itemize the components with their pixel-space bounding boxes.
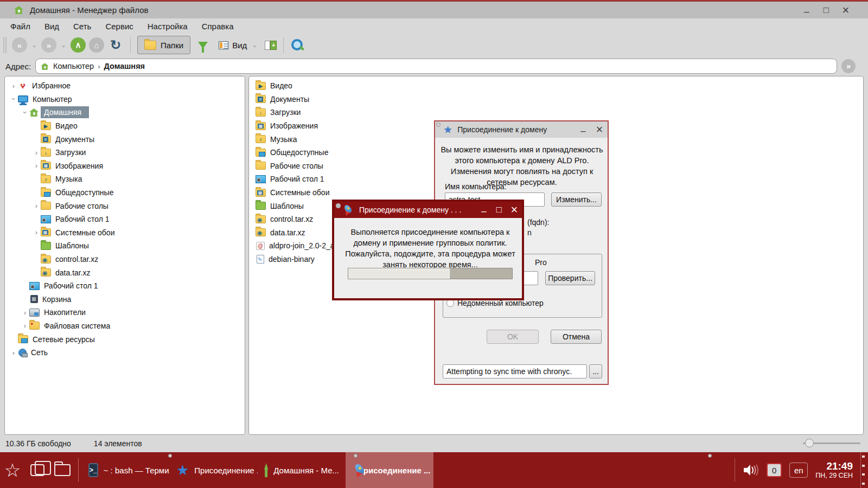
- up-button[interactable]: ∧: [71, 37, 86, 53]
- tree-item[interactable]: Общедоступные: [5, 186, 245, 200]
- tree-item[interactable]: Рабочий стол 1: [5, 279, 245, 293]
- tree-item[interactable]: ›Домашняя: [5, 106, 245, 119]
- file-manager-launcher-button[interactable]: [50, 458, 75, 483]
- forward-button[interactable]: »: [41, 37, 56, 53]
- launcher-menu-button[interactable]: ☆: [0, 458, 25, 483]
- notification-badge[interactable]: 0: [767, 463, 782, 477]
- split-view-button[interactable]: +: [265, 41, 277, 50]
- dialog-titlebar[interactable]: ★ Присоединение к домену: [435, 121, 608, 138]
- dialog-titlebar[interactable]: Присоединение к домену . . .: [334, 202, 522, 218]
- address-input[interactable]: Компьютер › Домашняя: [35, 59, 837, 74]
- volume-icon[interactable]: [743, 463, 759, 477]
- breadcrumb-root[interactable]: Компьютер: [53, 62, 94, 70]
- tree-item[interactable]: data.tar.xz: [5, 266, 245, 279]
- expander-icon[interactable]: ›: [21, 322, 29, 330]
- maximize-button[interactable]: [492, 202, 507, 218]
- non-domain-radio[interactable]: [446, 299, 454, 307]
- tree-item[interactable]: ›Компьютер: [5, 93, 245, 106]
- tree-item[interactable]: Сетевые ресурсы: [5, 332, 245, 346]
- expander-icon[interactable]: ›: [32, 202, 41, 210]
- window-switcher-button[interactable]: [25, 458, 50, 483]
- task-indicator-dot: [168, 454, 172, 458]
- tree-item[interactable]: ›Файловая система: [5, 319, 245, 333]
- home-button[interactable]: ⌂: [89, 37, 104, 53]
- tree-item[interactable]: ›Рабочие столы: [5, 199, 245, 213]
- window-titlebar[interactable]: Домашняя - Менеджер файлов: [0, 0, 868, 18]
- minimize-button[interactable]: [799, 2, 815, 18]
- folder-video-icon: [41, 122, 51, 130]
- domain-input[interactable]: [522, 271, 538, 285]
- maximize-button[interactable]: [818, 2, 834, 18]
- minimize-button[interactable]: [476, 202, 492, 218]
- task-button-0[interactable]: >_~ : bash — Терми...: [82, 452, 170, 488]
- filter-icon[interactable]: [198, 42, 208, 49]
- expander-icon[interactable]: ›: [21, 309, 29, 317]
- file-item[interactable]: Загрузки: [249, 106, 863, 119]
- tree-item[interactable]: Рабочий стол 1: [5, 213, 245, 226]
- tree-item[interactable]: ›Системные обои: [5, 226, 245, 240]
- file-item-label: Системные обои: [270, 188, 329, 197]
- menu-item-2[interactable]: Сеть: [66, 20, 98, 33]
- close-button[interactable]: [507, 202, 522, 218]
- breadcrumb-current[interactable]: Домашняя: [104, 62, 145, 70]
- tree-item[interactable]: Корзина: [5, 293, 245, 306]
- back-dropdown-icon[interactable]: ⌄: [30, 41, 38, 49]
- refresh-button[interactable]: ↻: [107, 37, 124, 53]
- folders-toggle-button[interactable]: Папки: [137, 36, 190, 54]
- expander-icon[interactable]: ›: [10, 95, 18, 104]
- task-button-2[interactable]: Домашняя - Ме...: [258, 452, 346, 488]
- ok-button[interactable]: OK: [487, 330, 539, 344]
- task-button-3[interactable]: Присоединение ...: [346, 452, 433, 488]
- close-button[interactable]: [838, 2, 854, 18]
- tree-item-label: Документы: [55, 135, 94, 144]
- tree-item[interactable]: Документы: [5, 132, 245, 146]
- tree-item[interactable]: Музыка: [5, 172, 245, 186]
- panel-edge-handle[interactable]: [860, 452, 866, 488]
- menu-item-3[interactable]: Сервис: [98, 20, 140, 33]
- tree-item[interactable]: Видео: [5, 119, 245, 133]
- close-button[interactable]: [591, 121, 608, 138]
- zoom-slider[interactable]: [803, 442, 860, 444]
- tree-item[interactable]: ›Сеть: [5, 346, 245, 359]
- tree-item[interactable]: Шаблоны: [5, 239, 245, 253]
- forward-dropdown-icon[interactable]: ⌄: [60, 41, 67, 49]
- check-button[interactable]: Проверить...: [545, 271, 595, 285]
- go-button[interactable]: »: [841, 59, 856, 73]
- view-dropdown-icon[interactable]: ⌄: [251, 41, 258, 49]
- file-item[interactable]: Документы: [249, 93, 863, 106]
- task-label: Присоединение ...: [194, 466, 258, 475]
- search-icon[interactable]: [290, 38, 304, 52]
- expander-icon[interactable]: ›: [32, 228, 41, 236]
- tree-item[interactable]: ›Загрузки: [5, 146, 245, 159]
- change-name-button[interactable]: Изменить...: [551, 192, 602, 207]
- expander-icon[interactable]: ›: [21, 108, 29, 117]
- tree-item[interactable]: ›Накопители: [5, 306, 245, 319]
- status-message-field[interactable]: Attempting to sync time with chronyc.: [443, 364, 587, 378]
- tree-item[interactable]: ›Изображения: [5, 159, 245, 173]
- tree-item[interactable]: ›♥Избранное: [5, 79, 245, 93]
- menu-item-0[interactable]: Файл: [3, 20, 37, 33]
- menu-item-1[interactable]: Вид: [37, 20, 66, 33]
- menu-item-4[interactable]: Настройка: [141, 20, 195, 33]
- back-button[interactable]: «: [12, 37, 27, 53]
- cancel-button[interactable]: Отмена: [551, 330, 602, 344]
- toolbar-grip[interactable]: [3, 37, 7, 53]
- tree-item-label: Корзина: [42, 295, 71, 304]
- expander-icon[interactable]: ›: [32, 149, 41, 157]
- expander-icon[interactable]: ›: [32, 162, 41, 170]
- expander-icon[interactable]: ›: [9, 349, 18, 357]
- expander-icon[interactable]: ›: [9, 82, 18, 90]
- tree-item[interactable]: control.tar.xz: [5, 253, 245, 266]
- minimize-button[interactable]: [575, 121, 591, 138]
- rocket-icon: [342, 204, 354, 216]
- menu-item-5[interactable]: Справка: [195, 20, 241, 33]
- clock[interactable]: 21:49 ПН, 29 СЕН: [815, 461, 853, 480]
- zoom-slider-knob[interactable]: [805, 439, 814, 447]
- more-button[interactable]: ...: [589, 364, 602, 378]
- keyboard-layout-indicator[interactable]: en: [789, 463, 808, 478]
- window-menu-icon[interactable]: [336, 203, 341, 208]
- window-menu-icon[interactable]: [436, 123, 441, 127]
- file-item[interactable]: Видео: [249, 79, 863, 93]
- task-button-1[interactable]: ★Присоединение ...: [170, 452, 258, 488]
- view-button[interactable]: Вид ⌄: [215, 39, 261, 52]
